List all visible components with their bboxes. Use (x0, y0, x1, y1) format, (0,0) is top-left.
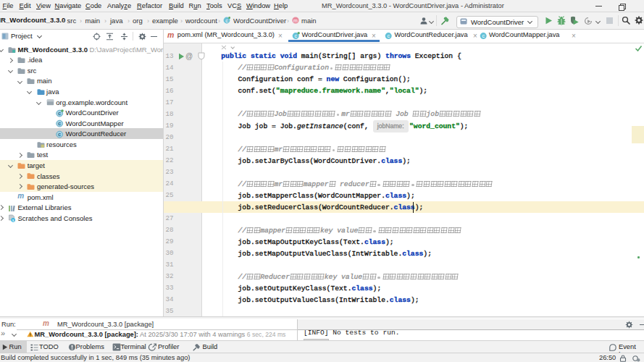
svg-text:s: s (12, 218, 14, 222)
svg-text:m: m (293, 18, 298, 23)
svg-text:c: c (387, 33, 390, 39)
svg-text:c: c (58, 120, 61, 127)
svg-text:c: c (294, 33, 297, 39)
svg-text:c: c (58, 110, 61, 117)
svg-text:c: c (58, 131, 61, 138)
svg-text:c: c (225, 18, 228, 23)
svg-text:c: c (482, 33, 485, 39)
